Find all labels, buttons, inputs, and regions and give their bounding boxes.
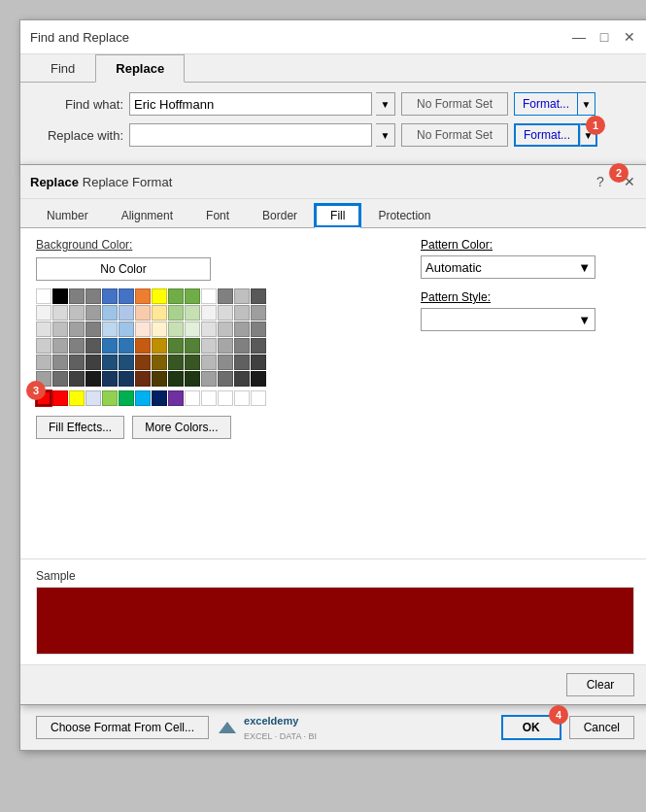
color-cell[interactable] — [119, 371, 134, 387]
color-cell[interactable] — [201, 371, 217, 387]
replace-with-dropdown[interactable]: ▼ — [376, 123, 395, 147]
color-cell[interactable] — [85, 288, 101, 304]
color-cell[interactable] — [135, 288, 151, 304]
pattern-color-dropdown[interactable]: Automatic ▼ — [421, 255, 595, 279]
replace-with-input[interactable] — [129, 123, 372, 147]
color-cell[interactable] — [52, 321, 68, 337]
color-cell[interactable] — [218, 338, 233, 354]
tab-font[interactable]: Font — [189, 203, 246, 227]
color-cell[interactable] — [152, 321, 167, 337]
color-cell[interactable] — [152, 390, 167, 406]
color-cell[interactable] — [168, 355, 184, 370]
no-color-button[interactable]: No Color — [36, 257, 211, 281]
color-cell[interactable] — [234, 321, 250, 337]
color-cell[interactable] — [218, 288, 233, 304]
color-cell[interactable] — [85, 390, 101, 406]
find-what-input[interactable] — [129, 92, 372, 116]
color-cell[interactable] — [85, 371, 101, 387]
find-format-btn-arrow[interactable]: ▼ — [578, 92, 595, 116]
color-cell[interactable] — [102, 371, 118, 387]
color-cell[interactable] — [201, 321, 217, 337]
color-cell[interactable] — [52, 355, 68, 370]
color-cell[interactable] — [36, 288, 51, 304]
color-cell[interactable] — [69, 390, 85, 406]
color-cell[interactable] — [36, 355, 51, 370]
close-button[interactable]: ✕ — [619, 26, 640, 48]
color-cell[interactable] — [168, 371, 184, 387]
color-cell[interactable] — [52, 390, 68, 406]
color-cell[interactable] — [36, 305, 51, 321]
tab-find[interactable]: Find — [30, 54, 95, 82]
color-cell[interactable] — [135, 355, 151, 370]
find-what-dropdown[interactable]: ▼ — [376, 92, 395, 116]
color-cell[interactable] — [135, 371, 151, 387]
color-cell[interactable] — [168, 338, 184, 354]
color-cell[interactable] — [185, 338, 200, 354]
color-cell[interactable] — [201, 338, 217, 354]
minimize-button[interactable]: — — [568, 26, 590, 48]
color-cell[interactable] — [152, 338, 167, 354]
color-cell[interactable] — [135, 305, 151, 321]
color-cell[interactable] — [85, 321, 101, 337]
color-cell[interactable] — [102, 390, 118, 406]
color-cell[interactable] — [152, 355, 167, 370]
color-cell[interactable] — [218, 321, 233, 337]
color-cell[interactable] — [102, 355, 118, 370]
color-cell[interactable] — [234, 338, 250, 354]
color-cell[interactable] — [69, 288, 85, 304]
color-cell[interactable] — [201, 355, 217, 370]
color-cell[interactable] — [85, 355, 101, 370]
maximize-button[interactable]: □ — [594, 26, 615, 48]
color-cell[interactable] — [52, 371, 68, 387]
more-colors-button[interactable]: More Colors... — [132, 416, 230, 439]
color-cell[interactable] — [85, 338, 101, 354]
color-cell[interactable] — [102, 321, 118, 337]
find-format-button[interactable]: Format... — [514, 92, 578, 116]
color-cell[interactable] — [69, 371, 85, 387]
color-cell[interactable] — [69, 338, 85, 354]
cancel-button[interactable]: Cancel — [569, 716, 634, 739]
color-cell[interactable] — [119, 288, 134, 304]
color-cell[interactable] — [85, 305, 101, 321]
color-cell[interactable] — [218, 390, 233, 406]
color-cell[interactable] — [102, 338, 118, 354]
color-cell[interactable] — [185, 355, 200, 370]
color-cell[interactable] — [218, 305, 233, 321]
color-cell[interactable] — [251, 338, 266, 354]
color-cell[interactable] — [185, 390, 200, 406]
color-cell[interactable] — [185, 371, 200, 387]
color-cell[interactable] — [152, 371, 167, 387]
color-cell[interactable] — [102, 288, 118, 304]
tab-fill[interactable]: Fill — [314, 203, 361, 228]
color-cell[interactable] — [185, 288, 200, 304]
color-cell[interactable] — [201, 305, 217, 321]
color-cell[interactable] — [218, 355, 233, 370]
color-cell[interactable] — [135, 390, 151, 406]
color-cell[interactable] — [201, 288, 217, 304]
color-cell[interactable] — [251, 321, 266, 337]
pattern-style-dropdown[interactable]: ▼ — [421, 308, 595, 331]
color-cell[interactable] — [201, 390, 217, 406]
color-cell[interactable] — [251, 390, 266, 406]
choose-format-button[interactable]: Choose Format From Cell... — [36, 716, 209, 739]
color-cell[interactable] — [135, 338, 151, 354]
rf-help-button[interactable]: ? — [590, 171, 611, 192]
tab-border[interactable]: Border — [246, 203, 314, 227]
color-cell[interactable] — [185, 305, 200, 321]
color-cell[interactable] — [119, 390, 134, 406]
color-cell[interactable] — [218, 371, 233, 387]
color-cell[interactable] — [234, 305, 250, 321]
color-cell[interactable] — [152, 288, 167, 304]
tab-replace[interactable]: Replace — [95, 54, 185, 83]
color-cell[interactable] — [52, 305, 68, 321]
color-cell[interactable] — [168, 288, 184, 304]
color-cell[interactable] — [234, 355, 250, 370]
color-cell[interactable] — [251, 305, 266, 321]
color-cell[interactable] — [69, 305, 85, 321]
color-cell[interactable] — [119, 338, 134, 354]
tab-protection[interactable]: Protection — [361, 203, 447, 227]
color-cell[interactable] — [119, 305, 134, 321]
color-cell[interactable] — [36, 338, 51, 354]
clear-button[interactable]: Clear — [566, 673, 634, 696]
color-cell[interactable] — [52, 338, 68, 354]
